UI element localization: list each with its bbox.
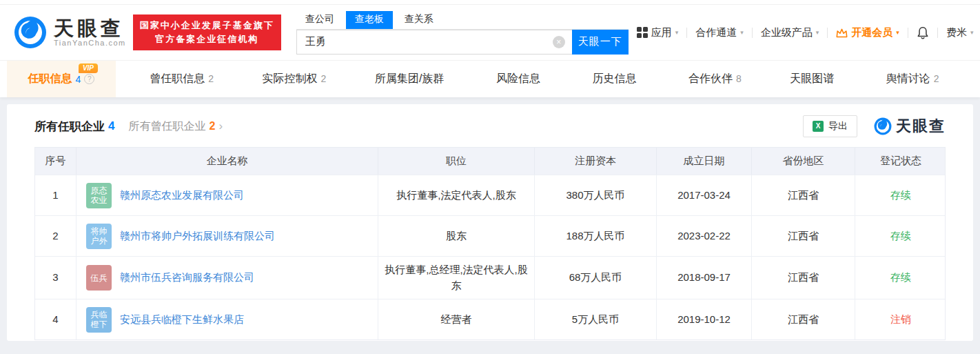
- help-icon[interactable]: ?: [84, 74, 94, 84]
- search-tab-boss[interactable]: 查老板: [346, 11, 393, 29]
- search-input[interactable]: [296, 30, 572, 55]
- export-label: 导出: [828, 120, 848, 132]
- cell-capital: 68万人民币: [535, 257, 657, 299]
- tab-public-opinion[interactable]: 舆情讨论 2: [886, 72, 939, 86]
- nav-cooperation-label: 合作通道: [695, 26, 737, 39]
- cell-company: 原态 农业 赣州原态农业发展有限公司: [76, 175, 378, 215]
- company-avatar-text: 将帅: [91, 226, 108, 236]
- search-tab-company[interactable]: 查公司: [296, 11, 343, 29]
- tab-count: 4: [76, 74, 81, 85]
- tab-risk-info[interactable]: 风险信息: [496, 72, 544, 86]
- past-positions-count: 2: [209, 120, 215, 132]
- company-link[interactable]: 赣州市伍兵咨询服务有限公司: [120, 270, 254, 286]
- company-avatar-text: 伍兵: [91, 273, 108, 283]
- cell-position: 经营者: [378, 299, 535, 340]
- table-row: 1 原态 农业 赣州原态农业发展有限公司 执行董事,法定代表人,股东 380万人…: [35, 175, 945, 215]
- nav-apps-label: 应用: [651, 26, 672, 39]
- tianyancha-logo[interactable]: 天眼查 TianYanCha.com: [14, 16, 126, 49]
- tab-count: 8: [736, 73, 742, 84]
- positions-card: 所有任职企业 4 所有曾任职企业 2 › X 导出 天眼查: [7, 104, 973, 341]
- gov-certification-badge: 国家中小企业发展子基金旗下 官方备案企业征信机构: [133, 14, 281, 50]
- nav-notifications[interactable]: [908, 26, 937, 39]
- cell-position: 执行董事,法定代表人,股东: [378, 175, 535, 215]
- cell-region: 江西省: [752, 299, 855, 340]
- cell-no: 4: [35, 299, 76, 340]
- crown-icon: [836, 28, 848, 38]
- nav-cooperation[interactable]: 合作通道 ▾: [687, 26, 752, 39]
- tab-count: 2: [208, 73, 214, 84]
- section-head: 所有任职企业 4 所有曾任职企业 2 › X 导出 天眼查: [34, 115, 946, 137]
- table-row: 4 兵临 橙下 安远县兵临橙下生鲜水果店 经营者 5万人民币 2019-10-1…: [35, 299, 945, 340]
- nav-username: 费米: [946, 26, 967, 39]
- col-header-no: 序号: [35, 148, 76, 175]
- col-header-capital: 注册资本: [535, 148, 657, 175]
- bell-icon: [917, 26, 929, 39]
- nav-user-account[interactable]: 费米 ▾: [938, 26, 980, 39]
- cell-no: 3: [35, 257, 76, 299]
- cell-position: 执行董事,总经理,法定代表人,股东: [378, 257, 535, 299]
- chevron-down-icon: ▾: [970, 29, 974, 36]
- section-tabbar: VIP 任职信息 4 ? 曾任职信息 2 实际控制权 2 所属集团/族群 风险信…: [0, 60, 980, 97]
- tab-partners[interactable]: 合作伙伴 8: [688, 72, 742, 86]
- tab-graph[interactable]: 天眼图谱: [790, 72, 837, 86]
- tianyancha-swirl-icon: [14, 16, 47, 49]
- tab-count: 2: [934, 73, 939, 84]
- chevron-down-icon: ▾: [740, 29, 744, 36]
- past-positions-link[interactable]: 所有曾任职企业 2 ›: [128, 119, 223, 134]
- col-header-status: 登记状态: [855, 148, 946, 175]
- cell-date: 2017-03-24: [657, 175, 752, 215]
- site-header: 天眼查 TianYanCha.com 国家中小企业发展子基金旗下 官方备案企业征…: [0, 5, 980, 60]
- nav-apps[interactable]: 应用 ▾: [629, 26, 687, 39]
- status-badge: 注销: [890, 312, 911, 328]
- company-link[interactable]: 赣州原态农业发展有限公司: [120, 188, 244, 204]
- tianyancha-watermark: 天眼查: [874, 116, 946, 137]
- chevron-down-icon: ▾: [675, 29, 679, 36]
- company-link[interactable]: 赣州市将帅户外拓展训练有限公司: [120, 228, 275, 244]
- cell-company: 兵临 橙下 安远县兵临橙下生鲜水果店: [76, 299, 378, 340]
- company-avatar-text: 农业: [91, 195, 108, 205]
- section-title-count: 4: [108, 119, 114, 133]
- tab-label: 历史信息: [592, 72, 636, 86]
- tab-history-info[interactable]: 历史信息: [592, 72, 640, 86]
- nav-enterprise-products[interactable]: 企业级产品 ▾: [753, 26, 828, 39]
- search-tabs: 查公司 查老板 查关系: [296, 11, 629, 30]
- search-tab-relation[interactable]: 查关系: [396, 11, 442, 29]
- apps-grid-icon: [637, 27, 648, 38]
- tab-actual-control[interactable]: 实际控制权 2: [263, 72, 327, 86]
- cell-no: 1: [35, 175, 76, 215]
- export-button[interactable]: X 导出: [803, 115, 857, 137]
- excel-icon: X: [813, 121, 824, 132]
- tab-group-cluster[interactable]: 所属集团/族群: [375, 72, 447, 86]
- cell-region: 江西省: [752, 216, 855, 256]
- company-avatar: 兵临 橙下: [86, 307, 112, 333]
- positions-table: 序号 企业名称 职位 注册资本 成立日期 省份地区 登记状态 1 原态 农业 赣…: [34, 147, 946, 340]
- cell-no: 2: [35, 216, 76, 256]
- tianyancha-swirl-icon: [874, 117, 892, 135]
- status-badge: 存续: [890, 270, 911, 286]
- company-avatar-text: 兵临: [91, 310, 108, 319]
- tab-past-positions[interactable]: 曾任职信息 2: [150, 72, 214, 86]
- cell-company: 伍兵 赣州市伍兵咨询服务有限公司: [76, 257, 378, 299]
- company-avatar: 伍兵: [86, 265, 112, 291]
- search-widget: 查公司 查老板 查关系 × 天眼一下: [296, 11, 629, 55]
- company-avatar-text: 户外: [91, 236, 108, 246]
- cell-capital: 188万人民币: [535, 216, 657, 256]
- search-button[interactable]: 天眼一下: [572, 30, 629, 55]
- tab-label: 合作伙伴: [688, 72, 733, 86]
- status-badge: 存续: [890, 228, 911, 244]
- logo-title: 天眼查: [54, 18, 126, 39]
- tab-positions-active[interactable]: VIP 任职信息 4 ?: [7, 61, 116, 97]
- company-avatar: 将帅 户外: [86, 224, 112, 249]
- col-header-date: 成立日期: [657, 148, 752, 175]
- nav-open-membership[interactable]: 开通会员 ▾: [828, 26, 908, 39]
- nav-enterprise-label: 企业级产品: [761, 26, 813, 39]
- tab-label: 所属集团/族群: [375, 72, 444, 86]
- company-avatar-text: 原态: [91, 186, 108, 195]
- watermark-text: 天眼查: [896, 116, 946, 137]
- past-positions-label: 所有曾任职企业: [128, 119, 205, 134]
- col-header-position: 职位: [378, 148, 535, 175]
- tab-label: 任职信息: [28, 72, 72, 86]
- clear-search-icon[interactable]: ×: [553, 36, 565, 48]
- company-link[interactable]: 安远县兵临橙下生鲜水果店: [120, 312, 244, 328]
- col-header-company: 企业名称: [76, 148, 378, 175]
